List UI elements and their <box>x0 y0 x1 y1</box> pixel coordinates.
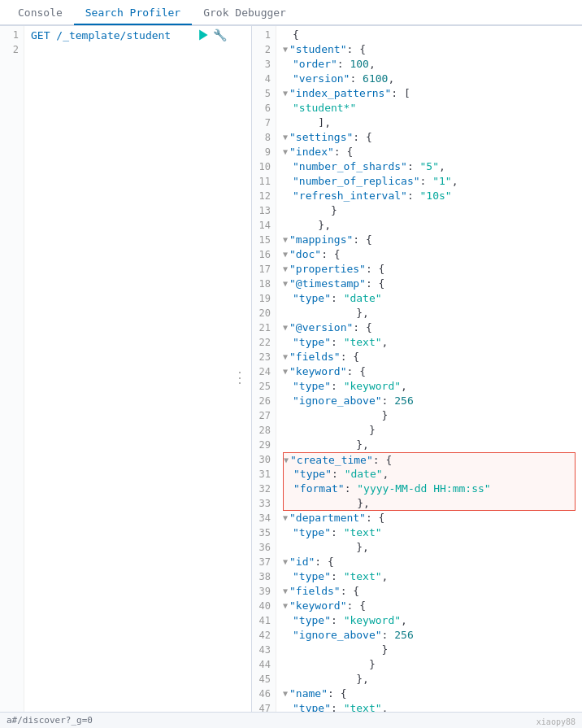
output-line-9: ▼ "index": { <box>283 145 575 159</box>
output-line-num-11: 11 <box>252 174 271 189</box>
output-line-num-12: 12 <box>252 189 271 203</box>
fold-arrow-16[interactable]: ▼ <box>283 247 288 262</box>
fold-arrow-23[interactable]: ▼ <box>283 350 288 364</box>
output-line-14: }, <box>283 218 575 233</box>
fold-arrow-17[interactable]: ▼ <box>283 262 288 277</box>
output-line-33: }, <box>283 496 575 511</box>
wrench-icon: 🔧 <box>213 28 227 42</box>
fold-arrow-39[interactable]: ▼ <box>283 584 288 599</box>
fold-arrow-15[interactable]: ▼ <box>283 233 288 247</box>
output-line-num-16: 16 <box>252 247 271 262</box>
output-line-40: ▼ "keyword": { <box>283 599 575 613</box>
wrench-button[interactable]: 🔧 <box>213 28 227 42</box>
output-line-34: ▼ "department": { <box>283 511 575 525</box>
output-line-num-32: 32 <box>252 482 271 496</box>
output-line-num-28: 28 <box>252 423 271 438</box>
output-line-16: ▼ "doc": { <box>283 247 575 262</box>
output-line-10: "number_of_shards": "5", <box>283 159 575 174</box>
output-line-num-35: 35 <box>252 525 271 540</box>
output-line-38: "type": "text", <box>283 569 575 584</box>
output-line-num-33: 33 <box>252 496 271 511</box>
output-line-11: "number_of_replicas": "1", <box>283 174 575 189</box>
output-line-num-17: 17 <box>252 262 271 277</box>
output-line-24: ▼ "keyword": { <box>283 364 575 379</box>
output-line-44: } <box>283 657 575 672</box>
output-line-29: }, <box>283 438 575 452</box>
output-line-46: ▼ "name": { <box>283 687 575 701</box>
tab-grok-debugger[interactable]: Grok Debugger <box>192 2 298 25</box>
output-line-num-30: 30 <box>252 452 271 467</box>
output-line-27: } <box>283 408 575 423</box>
fold-arrow-2[interactable]: ▼ <box>283 42 288 57</box>
fold-arrow-18[interactable]: ▼ <box>283 277 288 291</box>
output-line-num-4: 4 <box>252 72 271 86</box>
output-content[interactable]: {▼ "student": { "order": 100, "version":… <box>276 26 582 728</box>
output-line-num-15: 15 <box>252 233 271 247</box>
output-line-num-5: 5 <box>252 86 271 101</box>
output-line-num-23: 23 <box>252 350 271 364</box>
fold-arrow-24[interactable]: ▼ <box>283 364 288 379</box>
output-line-21: ▼ "@version": { <box>283 320 575 335</box>
query-input[interactable] <box>31 29 193 41</box>
main-container: 1 2 🔧 ⋮ <box>0 26 582 728</box>
output-line-12: "refresh_interval": "10s" <box>283 189 575 203</box>
output-line-num-34: 34 <box>252 511 271 525</box>
bottom-bar-text: a#/discover?_g=0 <box>7 715 93 726</box>
output-line-num-13: 13 <box>252 203 271 218</box>
fold-arrow-5[interactable]: ▼ <box>283 86 288 101</box>
fold-arrow-37[interactable]: ▼ <box>283 555 288 569</box>
output-line-31: "type": "date", <box>283 467 575 482</box>
fold-arrow-8[interactable]: ▼ <box>283 130 288 145</box>
output-line-numbers: 1234567891011121314151617181920212223242… <box>252 26 276 728</box>
output-line-num-7: 7 <box>252 116 271 130</box>
output-line-1: { <box>283 28 575 42</box>
output-line-28: } <box>283 423 575 438</box>
fold-arrow-46[interactable]: ▼ <box>283 687 288 701</box>
editor-line-num-1: 1 <box>0 28 19 42</box>
output-line-30: ▼ "create_time": { <box>283 452 575 467</box>
fold-arrow-9[interactable]: ▼ <box>283 145 288 159</box>
output-line-7: ], <box>283 116 575 130</box>
fold-arrow-30[interactable]: ▼ <box>284 453 289 468</box>
output-line-41: "type": "keyword", <box>283 613 575 628</box>
output-line-num-10: 10 <box>252 159 271 174</box>
drag-handle[interactable]: ⋮ <box>232 375 248 380</box>
output-line-42: "ignore_above": 256 <box>283 628 575 643</box>
output-line-num-19: 19 <box>252 291 271 306</box>
fold-arrow-21[interactable]: ▼ <box>283 320 288 335</box>
editor-line-numbers: 1 2 <box>0 26 24 728</box>
output-line-num-2: 2 <box>252 42 271 57</box>
output-line-5: ▼ "index_patterns": [ <box>283 86 575 101</box>
output-line-num-37: 37 <box>252 555 271 569</box>
output-line-num-45: 45 <box>252 672 271 687</box>
tab-bar: Console Search Profiler Grok Debugger <box>0 0 582 26</box>
output-line-4: "version": 6100, <box>283 72 575 86</box>
output-line-num-44: 44 <box>252 657 271 672</box>
output-line-num-40: 40 <box>252 599 271 613</box>
output-line-num-20: 20 <box>252 306 271 320</box>
run-button[interactable] <box>197 28 210 42</box>
output-line-19: "type": "date" <box>283 291 575 306</box>
output-line-39: ▼ "fields": { <box>283 584 575 599</box>
tab-console[interactable]: Console <box>7 2 74 25</box>
editor-line-2 <box>31 42 245 57</box>
fold-arrow-40[interactable]: ▼ <box>283 599 288 613</box>
output-line-25: "type": "keyword", <box>283 379 575 394</box>
output-line-num-29: 29 <box>252 438 271 452</box>
output-line-num-43: 43 <box>252 643 271 657</box>
play-icon <box>197 28 210 41</box>
editor-panel: 1 2 🔧 ⋮ <box>0 26 252 728</box>
output-line-num-42: 42 <box>252 628 271 643</box>
output-line-45: }, <box>283 672 575 687</box>
output-line-13: } <box>283 203 575 218</box>
output-line-num-39: 39 <box>252 584 271 599</box>
tab-search-profiler[interactable]: Search Profiler <box>74 2 192 25</box>
output-line-3: "order": 100, <box>283 57 575 72</box>
fold-arrow-34[interactable]: ▼ <box>283 511 288 525</box>
output-line-num-22: 22 <box>252 335 271 350</box>
output-line-43: } <box>283 643 575 657</box>
output-line-18: ▼ "@timestamp": { <box>283 277 575 291</box>
output-line-num-3: 3 <box>252 57 271 72</box>
output-line-num-27: 27 <box>252 408 271 423</box>
output-line-num-1: 1 <box>252 28 271 42</box>
